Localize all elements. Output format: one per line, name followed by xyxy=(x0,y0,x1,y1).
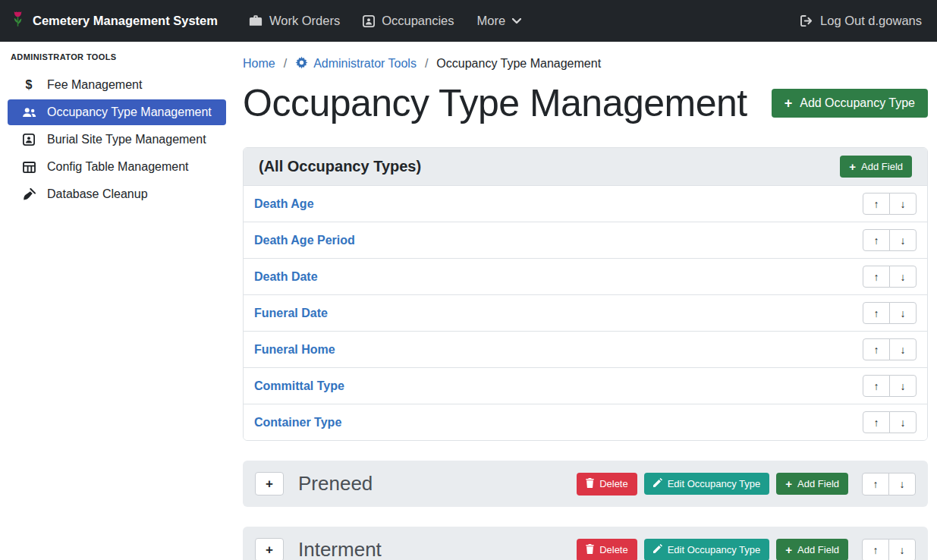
occupancies-icon xyxy=(363,15,375,27)
field-link[interactable]: Committal Type xyxy=(254,379,344,393)
reorder-buttons: ↑ ↓ xyxy=(863,411,917,433)
move-up-button[interactable]: ↑ xyxy=(863,266,890,288)
plus-icon: + xyxy=(785,479,792,489)
nav-item-label: More xyxy=(477,14,506,28)
table-row: Container Type ↑ ↓ xyxy=(244,404,927,440)
move-down-button[interactable]: ↓ xyxy=(889,229,917,251)
move-up-button[interactable]: ↑ xyxy=(863,229,890,251)
reorder-buttons: ↑ ↓ xyxy=(862,473,916,496)
arrow-up-icon: ↑ xyxy=(874,271,879,283)
reorder-buttons: ↑ ↓ xyxy=(863,302,917,324)
sidebar-item-occupancy-type-management[interactable]: Occupancy Type Management xyxy=(8,99,226,125)
move-down-button[interactable]: ↓ xyxy=(888,539,916,560)
nav-item-label: Occupancies xyxy=(382,14,454,28)
sidebar-item-config-table-management[interactable]: Config Table Management xyxy=(8,154,226,180)
field-link[interactable]: Funeral Home xyxy=(254,343,335,357)
occupancy-type-section: + Preneed Delete Edit Occupancy Type xyxy=(243,461,928,507)
work-orders-icon xyxy=(249,15,263,27)
delete-button-label: Delete xyxy=(599,478,628,489)
logout-button[interactable]: Log Out d.gowans xyxy=(800,14,922,28)
move-up-button[interactable]: ↑ xyxy=(863,411,890,433)
sidebar-heading: ADMINISTRATOR TOOLS xyxy=(0,48,234,72)
section-title: Preneed xyxy=(298,472,373,496)
expand-section-button[interactable]: + xyxy=(255,538,284,560)
table-row: Death Age Period ↑ ↓ xyxy=(244,222,927,259)
move-up-button[interactable]: ↑ xyxy=(863,302,890,324)
sidebar-item-label: Config Table Management xyxy=(47,160,189,174)
page-title: Occupancy Type Management xyxy=(243,80,747,126)
move-down-button[interactable]: ↓ xyxy=(889,338,917,360)
arrow-down-icon: ↓ xyxy=(901,307,906,319)
breadcrumb-admin-tools-link[interactable]: Administrator Tools xyxy=(295,56,417,72)
expand-section-button[interactable]: + xyxy=(255,472,284,496)
add-field-button[interactable]: + Add Field xyxy=(776,473,848,495)
move-down-button[interactable]: ↓ xyxy=(889,375,917,397)
move-up-button[interactable]: ↑ xyxy=(862,539,889,560)
field-link[interactable]: Death Age Period xyxy=(254,234,355,247)
trash-icon xyxy=(586,478,594,490)
add-field-button-label: Add Field xyxy=(797,544,839,555)
sidebar-item-fee-management[interactable]: $ Fee Management xyxy=(8,72,226,98)
pencil-icon xyxy=(653,478,662,489)
nav-item-work-orders[interactable]: Work Orders xyxy=(249,14,340,28)
field-link[interactable]: Death Date xyxy=(254,270,318,284)
nav-item-more[interactable]: More xyxy=(477,14,522,28)
move-down-button[interactable]: ↓ xyxy=(889,193,917,215)
sidebar: ADMINISTRATOR TOOLS $ Fee Management Occ… xyxy=(0,42,234,560)
trash-icon xyxy=(586,544,594,556)
add-field-button[interactable]: + Add Field xyxy=(840,156,912,178)
sidebar-item-label: Occupancy Type Management xyxy=(47,105,212,119)
move-down-button[interactable]: ↓ xyxy=(888,473,916,496)
delete-button[interactable]: Delete xyxy=(577,473,637,496)
reorder-buttons: ↑ ↓ xyxy=(862,539,916,560)
arrow-up-icon: ↑ xyxy=(873,478,879,490)
move-up-button[interactable]: ↑ xyxy=(862,473,889,496)
all-occupancy-types-card: (All Occupancy Types) + Add Field Death … xyxy=(243,147,928,441)
pencil-icon xyxy=(653,544,662,555)
add-occupancy-type-button[interactable]: + Add Occupancy Type xyxy=(772,89,928,118)
move-down-button[interactable]: ↓ xyxy=(889,411,917,433)
sidebar-item-label: Database Cleanup xyxy=(47,187,148,201)
table-row: Death Age ↑ ↓ xyxy=(244,186,927,222)
move-up-button[interactable]: ↑ xyxy=(863,193,890,215)
nav-item-label: Work Orders xyxy=(269,14,340,28)
move-down-button[interactable]: ↓ xyxy=(889,266,917,288)
brand[interactable]: Cemetery Management System xyxy=(11,10,218,33)
field-link[interactable]: Funeral Date xyxy=(254,307,328,320)
breadcrumb-current: Occupancy Type Management xyxy=(436,57,601,71)
users-icon xyxy=(20,108,37,118)
breadcrumb-home-link[interactable]: Home xyxy=(243,57,275,71)
edit-button-label: Edit Occupancy Type xyxy=(668,478,761,489)
edit-occupancy-type-button[interactable]: Edit Occupancy Type xyxy=(644,473,770,495)
edit-occupancy-type-button[interactable]: Edit Occupancy Type xyxy=(644,539,770,560)
arrow-up-icon: ↑ xyxy=(874,380,879,392)
add-occupancy-type-label: Add Occupancy Type xyxy=(800,96,915,110)
sidebar-item-burial-site-type-management[interactable]: Burial Site Type Management xyxy=(8,127,226,153)
reorder-buttons: ↑ ↓ xyxy=(863,375,917,397)
delete-button[interactable]: Delete xyxy=(577,539,637,560)
chevron-down-icon xyxy=(512,18,521,24)
arrow-down-icon: ↓ xyxy=(901,380,906,392)
add-field-label: Add Field xyxy=(861,161,903,172)
arrow-down-icon: ↓ xyxy=(901,344,906,356)
logout-icon xyxy=(800,15,813,27)
arrow-up-icon: ↑ xyxy=(874,344,879,356)
field-link[interactable]: Container Type xyxy=(254,416,341,429)
sidebar-item-database-cleanup[interactable]: Database Cleanup xyxy=(8,181,226,207)
move-up-button[interactable]: ↑ xyxy=(863,338,890,360)
sidebar-item-label: Burial Site Type Management xyxy=(47,133,206,146)
table-row: Death Date ↑ ↓ xyxy=(244,259,927,295)
move-up-button[interactable]: ↑ xyxy=(863,375,890,397)
card-header: (All Occupancy Types) + Add Field xyxy=(244,148,927,186)
field-link[interactable]: Death Age xyxy=(254,197,314,211)
arrow-down-icon: ↓ xyxy=(901,417,906,429)
section-title: Interment xyxy=(298,538,382,560)
field-rows: Death Age ↑ ↓ Death Age Period ↑ ↓ Death… xyxy=(244,186,927,440)
nav-item-occupancies[interactable]: Occupancies xyxy=(363,14,454,28)
add-field-button[interactable]: + Add Field xyxy=(776,539,848,560)
move-down-button[interactable]: ↓ xyxy=(889,302,917,324)
breadcrumb-separator: / xyxy=(425,57,428,71)
reorder-buttons: ↑ ↓ xyxy=(863,266,917,288)
table-icon xyxy=(20,162,37,173)
arrow-up-icon: ↑ xyxy=(874,307,879,319)
